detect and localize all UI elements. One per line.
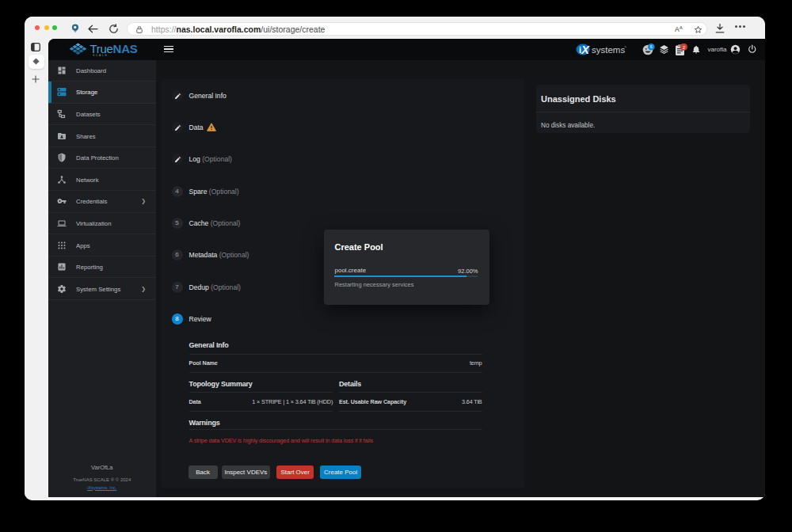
svg-text:systems: systems <box>592 45 625 55</box>
svg-text:6: 6 <box>650 44 653 49</box>
svg-text:™: ™ <box>624 45 627 49</box>
svg-text:X: X <box>581 43 590 56</box>
